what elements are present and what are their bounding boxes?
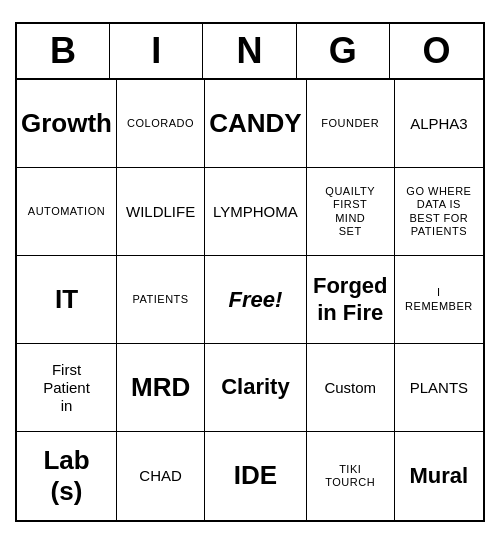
bingo-header: BINGO <box>17 24 483 80</box>
cell-text-17: Clarity <box>221 374 289 400</box>
cell-text-0: Growth <box>21 108 112 139</box>
bingo-cell-20: Lab(s) <box>17 432 117 520</box>
cell-text-13: Forgedin Fire <box>313 273 388 326</box>
bingo-cell-10: IT <box>17 256 117 344</box>
cell-text-5: AUTOMATION <box>28 205 105 218</box>
cell-text-20: Lab(s) <box>43 445 89 507</box>
header-letter-N: N <box>203 24 296 78</box>
bingo-cell-24: Mural <box>395 432 483 520</box>
bingo-cell-23: TIKITOURCH <box>307 432 395 520</box>
header-letter-I: I <box>110 24 203 78</box>
bingo-cell-7: LYMPHOMA <box>205 168 306 256</box>
bingo-cell-14: IREMEMBER <box>395 256 483 344</box>
cell-text-24: Mural <box>410 463 469 489</box>
bingo-card: BINGO GrowthCOLORADOCANDYFOUNDERALPHA3AU… <box>15 22 485 522</box>
cell-text-16: MRD <box>131 372 190 403</box>
bingo-cell-2: CANDY <box>205 80 306 168</box>
cell-text-11: PATIENTS <box>133 293 189 306</box>
bingo-cell-5: AUTOMATION <box>17 168 117 256</box>
cell-text-23: TIKITOURCH <box>325 463 375 489</box>
cell-text-2: CANDY <box>209 108 301 139</box>
cell-text-1: COLORADO <box>127 117 194 130</box>
bingo-cell-16: MRD <box>117 344 205 432</box>
cell-text-22: IDE <box>234 460 277 491</box>
bingo-cell-9: GO WHEREDATA ISBEST FORPATIENTS <box>395 168 483 256</box>
bingo-cell-12: Free! <box>205 256 306 344</box>
bingo-cell-3: FOUNDER <box>307 80 395 168</box>
bingo-cell-19: PLANTS <box>395 344 483 432</box>
bingo-cell-4: ALPHA3 <box>395 80 483 168</box>
bingo-cell-21: CHAD <box>117 432 205 520</box>
bingo-cell-6: WILDLIFE <box>117 168 205 256</box>
header-letter-B: B <box>17 24 110 78</box>
bingo-cell-0: Growth <box>17 80 117 168</box>
header-letter-G: G <box>297 24 390 78</box>
bingo-grid: GrowthCOLORADOCANDYFOUNDERALPHA3AUTOMATI… <box>17 80 483 520</box>
bingo-cell-15: FirstPatientin <box>17 344 117 432</box>
cell-text-6: WILDLIFE <box>126 203 195 221</box>
bingo-cell-8: QUAILTYFIRSTMINDSET <box>307 168 395 256</box>
cell-text-12: Free! <box>229 287 283 313</box>
cell-text-14: IREMEMBER <box>405 286 473 312</box>
cell-text-4: ALPHA3 <box>410 115 468 133</box>
cell-text-10: IT <box>55 284 78 315</box>
bingo-cell-11: PATIENTS <box>117 256 205 344</box>
bingo-cell-13: Forgedin Fire <box>307 256 395 344</box>
cell-text-3: FOUNDER <box>321 117 379 130</box>
bingo-cell-22: IDE <box>205 432 306 520</box>
bingo-cell-18: Custom <box>307 344 395 432</box>
cell-text-8: QUAILTYFIRSTMINDSET <box>325 185 375 238</box>
cell-text-15: FirstPatientin <box>43 361 90 415</box>
bingo-cell-17: Clarity <box>205 344 306 432</box>
cell-text-18: Custom <box>324 379 376 397</box>
cell-text-21: CHAD <box>139 467 182 485</box>
header-letter-O: O <box>390 24 483 78</box>
cell-text-19: PLANTS <box>410 379 468 397</box>
cell-text-9: GO WHEREDATA ISBEST FORPATIENTS <box>406 185 471 238</box>
cell-text-7: LYMPHOMA <box>213 203 298 221</box>
bingo-cell-1: COLORADO <box>117 80 205 168</box>
